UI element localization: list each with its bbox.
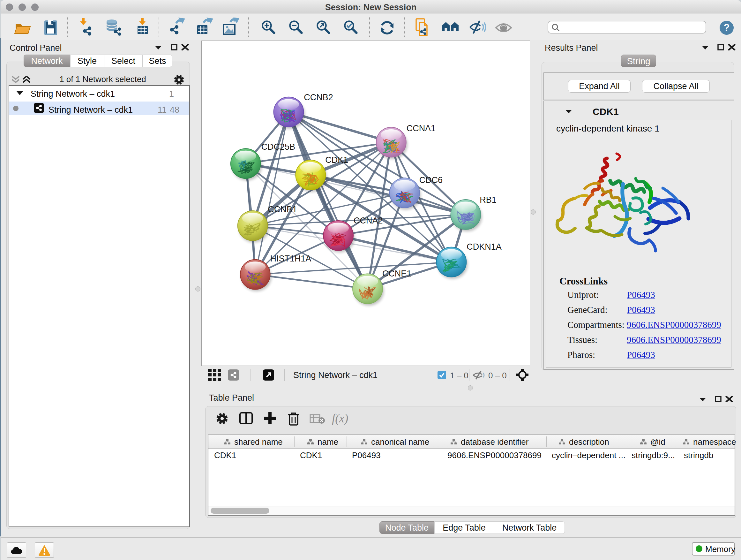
svg-text:CDC25B: CDC25B	[261, 142, 295, 152]
svg-text:CCNA2: CCNA2	[354, 216, 383, 226]
svg-text:CDK1: CDK1	[325, 155, 348, 165]
svg-text:CDKN1A: CDKN1A	[467, 242, 501, 252]
svg-text:CCNE1: CCNE1	[382, 269, 411, 278]
svg-text:CCNB2: CCNB2	[304, 92, 333, 102]
svg-text:HIST1H1A: HIST1H1A	[270, 254, 312, 263]
svg-text:CDC6: CDC6	[419, 175, 443, 185]
svg-text:CCNB1: CCNB1	[268, 205, 297, 214]
svg-text:CCNA1: CCNA1	[407, 124, 435, 133]
svg-text:RB1: RB1	[480, 195, 496, 205]
